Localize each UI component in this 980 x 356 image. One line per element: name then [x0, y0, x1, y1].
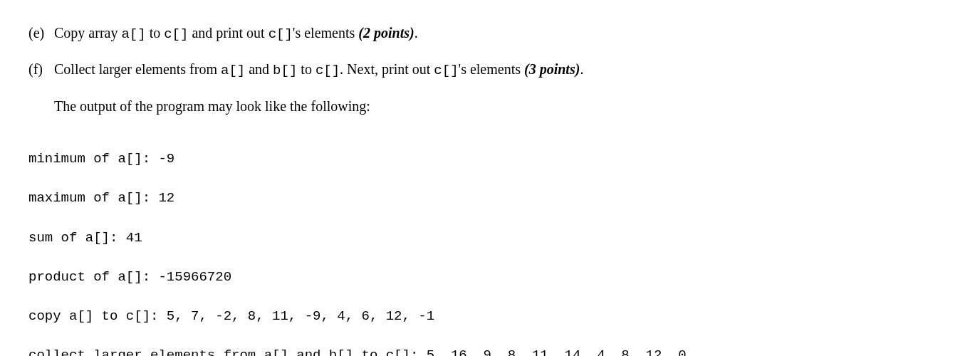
text-segment: 's elements [459, 61, 524, 77]
output-intro: The output of the program may look like … [54, 95, 952, 117]
points-f: (3 points) [524, 61, 580, 77]
code-c: c[] [164, 26, 188, 42]
code-c2: c[] [434, 63, 458, 78]
output-line-min: minimum of a[]: -9 [28, 150, 952, 169]
program-output: minimum of a[]: -9 maximum of a[]: 12 su… [28, 130, 952, 356]
question-f: (f) Collect larger elements from a[] and… [28, 58, 952, 81]
text-segment: to [146, 25, 165, 41]
question-e: (e) Copy array a[] to c[] and print out … [28, 21, 952, 45]
text-segment: and print out [188, 25, 268, 41]
code-a: a[] [221, 63, 245, 78]
text-segment: 's elements [293, 25, 358, 41]
text-segment: . Next, print out [340, 61, 434, 77]
code-c2: c[] [269, 26, 293, 42]
text-segment: . [580, 61, 583, 77]
text-segment: . [415, 25, 418, 41]
code-b: b[] [273, 63, 297, 78]
code-c: c[] [316, 63, 340, 78]
text-segment: Collect larger elements from [54, 61, 221, 77]
output-line-product: product of a[]: -15966720 [28, 268, 952, 288]
question-text-e: Copy array a[] to c[] and print out c[]'… [54, 21, 952, 45]
question-label-f: (f) [28, 58, 54, 80]
question-text-f: Collect larger elements from a[] and b[]… [54, 58, 952, 81]
output-line-max: maximum of a[]: 12 [28, 189, 952, 209]
question-label-e: (e) [28, 21, 54, 44]
code-a: a[] [121, 26, 145, 42]
text-segment: to [297, 61, 316, 77]
points-e: (2 points) [358, 25, 414, 41]
text-segment: and [245, 61, 273, 77]
output-line-collect: collect larger elements from a[] and b[]… [28, 346, 952, 356]
output-line-sum: sum of a[]: 41 [28, 229, 952, 248]
output-line-copy: copy a[] to c[]: 5, 7, -2, 8, 11, -9, 4,… [28, 307, 952, 327]
text-segment: Copy array [54, 25, 121, 41]
